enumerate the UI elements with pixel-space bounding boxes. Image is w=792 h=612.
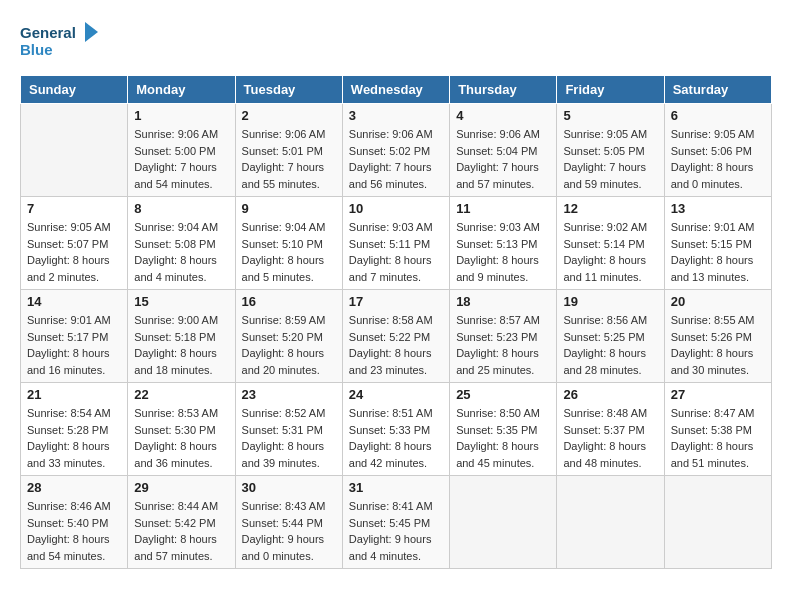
day-number: 7 — [27, 201, 121, 216]
day-number: 15 — [134, 294, 228, 309]
day-cell: 18Sunrise: 8:57 AM Sunset: 5:23 PM Dayli… — [450, 290, 557, 383]
day-number: 5 — [563, 108, 657, 123]
day-number: 22 — [134, 387, 228, 402]
day-cell — [557, 476, 664, 569]
day-cell: 25Sunrise: 8:50 AM Sunset: 5:35 PM Dayli… — [450, 383, 557, 476]
day-number: 21 — [27, 387, 121, 402]
day-cell: 19Sunrise: 8:56 AM Sunset: 5:25 PM Dayli… — [557, 290, 664, 383]
weekday-header-monday: Monday — [128, 76, 235, 104]
weekday-header-row: SundayMondayTuesdayWednesdayThursdayFrid… — [21, 76, 772, 104]
day-cell: 22Sunrise: 8:53 AM Sunset: 5:30 PM Dayli… — [128, 383, 235, 476]
week-row-4: 21Sunrise: 8:54 AM Sunset: 5:28 PM Dayli… — [21, 383, 772, 476]
day-number: 29 — [134, 480, 228, 495]
day-cell: 24Sunrise: 8:51 AM Sunset: 5:33 PM Dayli… — [342, 383, 449, 476]
weekday-header-tuesday: Tuesday — [235, 76, 342, 104]
day-cell: 27Sunrise: 8:47 AM Sunset: 5:38 PM Dayli… — [664, 383, 771, 476]
day-info: Sunrise: 8:56 AM Sunset: 5:25 PM Dayligh… — [563, 312, 657, 378]
day-number: 30 — [242, 480, 336, 495]
day-info: Sunrise: 8:59 AM Sunset: 5:20 PM Dayligh… — [242, 312, 336, 378]
day-cell: 30Sunrise: 8:43 AM Sunset: 5:44 PM Dayli… — [235, 476, 342, 569]
day-number: 27 — [671, 387, 765, 402]
logo: GeneralBlue — [20, 20, 110, 65]
week-row-2: 7Sunrise: 9:05 AM Sunset: 5:07 PM Daylig… — [21, 197, 772, 290]
day-cell: 16Sunrise: 8:59 AM Sunset: 5:20 PM Dayli… — [235, 290, 342, 383]
day-cell: 5Sunrise: 9:05 AM Sunset: 5:05 PM Daylig… — [557, 104, 664, 197]
day-number: 9 — [242, 201, 336, 216]
day-number: 18 — [456, 294, 550, 309]
day-info: Sunrise: 8:50 AM Sunset: 5:35 PM Dayligh… — [456, 405, 550, 471]
day-cell: 10Sunrise: 9:03 AM Sunset: 5:11 PM Dayli… — [342, 197, 449, 290]
day-cell: 4Sunrise: 9:06 AM Sunset: 5:04 PM Daylig… — [450, 104, 557, 197]
weekday-header-thursday: Thursday — [450, 76, 557, 104]
weekday-header-saturday: Saturday — [664, 76, 771, 104]
day-number: 23 — [242, 387, 336, 402]
day-number: 14 — [27, 294, 121, 309]
day-cell: 13Sunrise: 9:01 AM Sunset: 5:15 PM Dayli… — [664, 197, 771, 290]
day-info: Sunrise: 8:57 AM Sunset: 5:23 PM Dayligh… — [456, 312, 550, 378]
day-info: Sunrise: 9:06 AM Sunset: 5:02 PM Dayligh… — [349, 126, 443, 192]
day-info: Sunrise: 8:53 AM Sunset: 5:30 PM Dayligh… — [134, 405, 228, 471]
day-cell — [21, 104, 128, 197]
day-info: Sunrise: 9:05 AM Sunset: 5:06 PM Dayligh… — [671, 126, 765, 192]
day-info: Sunrise: 8:43 AM Sunset: 5:44 PM Dayligh… — [242, 498, 336, 564]
day-info: Sunrise: 9:01 AM Sunset: 5:17 PM Dayligh… — [27, 312, 121, 378]
day-cell: 23Sunrise: 8:52 AM Sunset: 5:31 PM Dayli… — [235, 383, 342, 476]
day-cell: 11Sunrise: 9:03 AM Sunset: 5:13 PM Dayli… — [450, 197, 557, 290]
day-info: Sunrise: 9:04 AM Sunset: 5:10 PM Dayligh… — [242, 219, 336, 285]
day-cell: 31Sunrise: 8:41 AM Sunset: 5:45 PM Dayli… — [342, 476, 449, 569]
day-number: 20 — [671, 294, 765, 309]
day-number: 16 — [242, 294, 336, 309]
day-info: Sunrise: 9:03 AM Sunset: 5:11 PM Dayligh… — [349, 219, 443, 285]
day-info: Sunrise: 8:48 AM Sunset: 5:37 PM Dayligh… — [563, 405, 657, 471]
day-cell — [664, 476, 771, 569]
day-info: Sunrise: 8:46 AM Sunset: 5:40 PM Dayligh… — [27, 498, 121, 564]
day-number: 12 — [563, 201, 657, 216]
week-row-5: 28Sunrise: 8:46 AM Sunset: 5:40 PM Dayli… — [21, 476, 772, 569]
day-number: 26 — [563, 387, 657, 402]
day-info: Sunrise: 9:06 AM Sunset: 5:01 PM Dayligh… — [242, 126, 336, 192]
day-info: Sunrise: 8:51 AM Sunset: 5:33 PM Dayligh… — [349, 405, 443, 471]
weekday-header-sunday: Sunday — [21, 76, 128, 104]
day-info: Sunrise: 9:00 AM Sunset: 5:18 PM Dayligh… — [134, 312, 228, 378]
day-cell: 8Sunrise: 9:04 AM Sunset: 5:08 PM Daylig… — [128, 197, 235, 290]
svg-text:Blue: Blue — [20, 41, 53, 58]
day-info: Sunrise: 8:54 AM Sunset: 5:28 PM Dayligh… — [27, 405, 121, 471]
day-cell: 20Sunrise: 8:55 AM Sunset: 5:26 PM Dayli… — [664, 290, 771, 383]
day-info: Sunrise: 8:47 AM Sunset: 5:38 PM Dayligh… — [671, 405, 765, 471]
day-cell: 14Sunrise: 9:01 AM Sunset: 5:17 PM Dayli… — [21, 290, 128, 383]
day-cell: 15Sunrise: 9:00 AM Sunset: 5:18 PM Dayli… — [128, 290, 235, 383]
day-number: 17 — [349, 294, 443, 309]
svg-text:General: General — [20, 24, 76, 41]
day-cell: 28Sunrise: 8:46 AM Sunset: 5:40 PM Dayli… — [21, 476, 128, 569]
day-number: 11 — [456, 201, 550, 216]
day-info: Sunrise: 8:41 AM Sunset: 5:45 PM Dayligh… — [349, 498, 443, 564]
day-cell: 1Sunrise: 9:06 AM Sunset: 5:00 PM Daylig… — [128, 104, 235, 197]
day-cell: 26Sunrise: 8:48 AM Sunset: 5:37 PM Dayli… — [557, 383, 664, 476]
day-cell: 21Sunrise: 8:54 AM Sunset: 5:28 PM Dayli… — [21, 383, 128, 476]
day-number: 13 — [671, 201, 765, 216]
calendar-table: SundayMondayTuesdayWednesdayThursdayFrid… — [20, 75, 772, 569]
day-info: Sunrise: 9:03 AM Sunset: 5:13 PM Dayligh… — [456, 219, 550, 285]
day-info: Sunrise: 9:02 AM Sunset: 5:14 PM Dayligh… — [563, 219, 657, 285]
day-number: 3 — [349, 108, 443, 123]
day-number: 2 — [242, 108, 336, 123]
day-number: 31 — [349, 480, 443, 495]
day-number: 8 — [134, 201, 228, 216]
week-row-3: 14Sunrise: 9:01 AM Sunset: 5:17 PM Dayli… — [21, 290, 772, 383]
day-cell: 6Sunrise: 9:05 AM Sunset: 5:06 PM Daylig… — [664, 104, 771, 197]
day-number: 19 — [563, 294, 657, 309]
day-info: Sunrise: 9:05 AM Sunset: 5:05 PM Dayligh… — [563, 126, 657, 192]
day-number: 28 — [27, 480, 121, 495]
day-cell: 2Sunrise: 9:06 AM Sunset: 5:01 PM Daylig… — [235, 104, 342, 197]
day-cell — [450, 476, 557, 569]
day-info: Sunrise: 8:55 AM Sunset: 5:26 PM Dayligh… — [671, 312, 765, 378]
day-number: 1 — [134, 108, 228, 123]
day-info: Sunrise: 8:58 AM Sunset: 5:22 PM Dayligh… — [349, 312, 443, 378]
day-cell: 17Sunrise: 8:58 AM Sunset: 5:22 PM Dayli… — [342, 290, 449, 383]
week-row-1: 1Sunrise: 9:06 AM Sunset: 5:00 PM Daylig… — [21, 104, 772, 197]
weekday-header-wednesday: Wednesday — [342, 76, 449, 104]
day-info: Sunrise: 8:52 AM Sunset: 5:31 PM Dayligh… — [242, 405, 336, 471]
day-cell: 29Sunrise: 8:44 AM Sunset: 5:42 PM Dayli… — [128, 476, 235, 569]
day-cell: 3Sunrise: 9:06 AM Sunset: 5:02 PM Daylig… — [342, 104, 449, 197]
day-cell: 7Sunrise: 9:05 AM Sunset: 5:07 PM Daylig… — [21, 197, 128, 290]
